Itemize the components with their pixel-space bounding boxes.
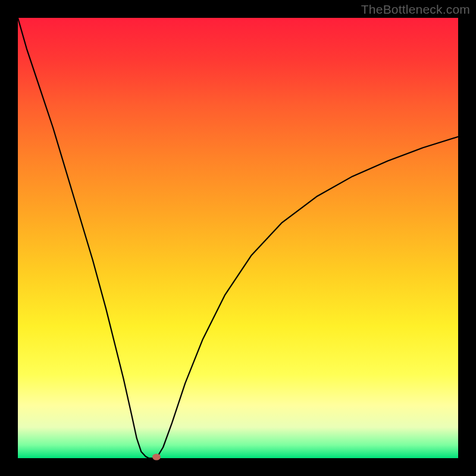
watermark-text: TheBottleneck.com [361,2,470,17]
bottleneck-curve [18,18,458,458]
chart-plot-area [18,18,458,458]
chart-frame: TheBottleneck.com [0,0,476,476]
optimum-marker [152,453,161,460]
curve-svg [18,18,458,458]
